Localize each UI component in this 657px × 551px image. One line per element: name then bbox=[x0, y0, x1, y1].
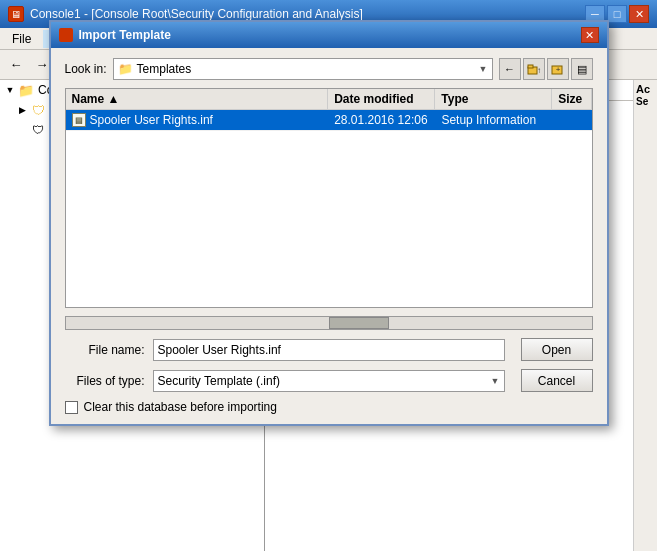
dialog-title-left: Import Template bbox=[59, 28, 171, 42]
horizontal-scrollbar[interactable] bbox=[65, 316, 593, 330]
col-name[interactable]: Name ▲ bbox=[66, 89, 329, 109]
file-type-cell: Setup Information bbox=[435, 110, 552, 130]
look-in-folder-icon: 📁 bbox=[118, 62, 133, 76]
look-in-row: Look in: 📁 Templates ▼ ← ↑ bbox=[65, 58, 593, 80]
file-name-label: File name: bbox=[65, 343, 145, 357]
file-size-cell bbox=[552, 117, 591, 123]
file-type-dropdown-arrow: ▼ bbox=[491, 376, 500, 386]
dialog-body: Look in: 📁 Templates ▼ ← ↑ bbox=[51, 48, 607, 424]
look-in-value: Templates bbox=[137, 62, 192, 76]
look-in-select[interactable]: 📁 Templates ▼ bbox=[113, 58, 493, 80]
cancel-button[interactable]: Cancel bbox=[521, 369, 593, 392]
file-type-label: Files of type: bbox=[65, 374, 145, 388]
import-template-dialog: Import Template ✕ Look in: 📁 Templates ▼… bbox=[49, 20, 609, 426]
col-type[interactable]: Type bbox=[435, 89, 552, 109]
svg-text:+: + bbox=[555, 65, 560, 74]
file-type-select[interactable]: Security Template (.inf) ▼ bbox=[153, 370, 505, 392]
look-in-label: Look in: bbox=[65, 62, 107, 76]
nav-up-button[interactable]: ↑ bbox=[523, 58, 545, 80]
checkbox-row: Clear this database before importing bbox=[65, 400, 593, 414]
dialog-title: Import Template bbox=[79, 28, 171, 42]
dialog-title-bar: Import Template ✕ bbox=[51, 22, 607, 48]
nav-buttons: ← ↑ + ▤ bbox=[499, 58, 593, 80]
scroll-thumb bbox=[329, 317, 389, 329]
clear-db-label: Clear this database before importing bbox=[84, 400, 277, 414]
file-list-area[interactable]: Name ▲ Date modified Type Size ▤ Spooler… bbox=[65, 88, 593, 308]
file-date-cell: 28.01.2016 12:06 bbox=[328, 110, 435, 130]
file-list-row[interactable]: ▤ Spooler User Rights.inf 28.01.2016 12:… bbox=[66, 110, 592, 131]
file-name-row: File name: Open bbox=[65, 338, 593, 361]
nav-views-button[interactable]: ▤ bbox=[571, 58, 593, 80]
dialog-overlay: Import Template ✕ Look in: 📁 Templates ▼… bbox=[0, 0, 657, 551]
file-type-value: Security Template (.inf) bbox=[158, 374, 281, 388]
file-type-row: Files of type: Security Template (.inf) … bbox=[65, 369, 593, 392]
svg-rect-5 bbox=[528, 65, 533, 68]
file-list-header: Name ▲ Date modified Type Size bbox=[66, 89, 592, 110]
inf-file-icon: ▤ bbox=[72, 113, 86, 127]
file-name: Spooler User Rights.inf bbox=[90, 113, 213, 127]
dialog-icon bbox=[59, 28, 73, 42]
col-size[interactable]: Size bbox=[552, 89, 591, 109]
file-name-input[interactable] bbox=[153, 339, 505, 361]
col-date[interactable]: Date modified bbox=[328, 89, 435, 109]
open-button[interactable]: Open bbox=[521, 338, 593, 361]
dialog-close-button[interactable]: ✕ bbox=[581, 27, 599, 43]
look-in-dropdown-arrow: ▼ bbox=[479, 64, 488, 74]
file-name-cell: ▤ Spooler User Rights.inf bbox=[66, 110, 329, 130]
clear-db-checkbox[interactable] bbox=[65, 401, 78, 414]
svg-text:↑: ↑ bbox=[537, 66, 541, 75]
nav-back-button[interactable]: ← bbox=[499, 58, 521, 80]
nav-new-folder-button[interactable]: + bbox=[547, 58, 569, 80]
